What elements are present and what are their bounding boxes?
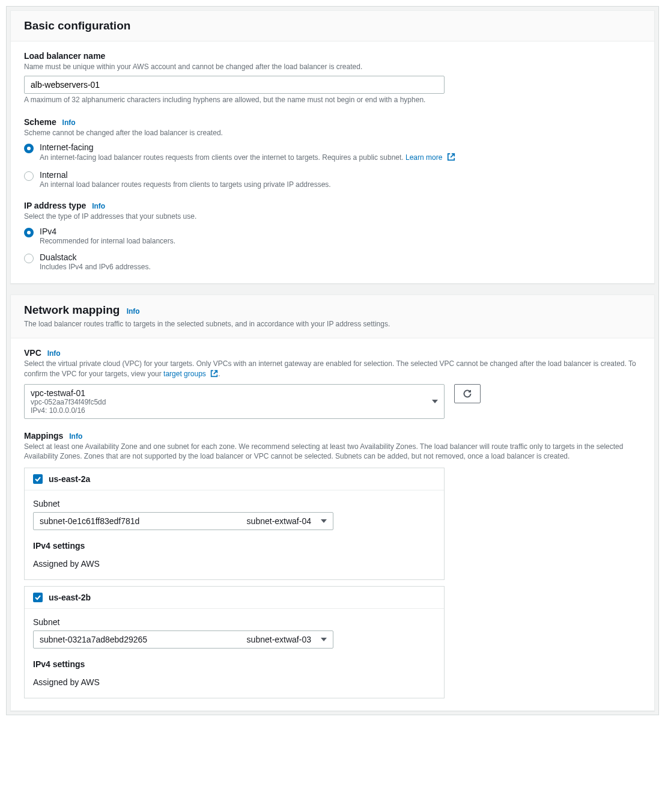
lb-name-constraint: A maximum of 32 alphanumeric characters … [24, 95, 641, 105]
az-name: us-east-2a [49, 474, 90, 484]
check-icon [34, 594, 41, 601]
scheme-internet-facing-desc-text: An internet-facing load balancer routes … [40, 153, 405, 162]
ipv4-settings-value: Assigned by AWS [33, 677, 436, 687]
scheme-help: Scheme cannot be changed after the load … [24, 128, 641, 138]
dualstack-desc: Includes IPv4 and IPv6 addresses. [40, 263, 641, 271]
vpc-field: VPC Info Select the virtual private clou… [24, 348, 641, 419]
network-mapping-title: Network mapping [24, 304, 120, 316]
vpc-refresh-button[interactable] [454, 384, 481, 403]
subnet-select[interactable]: subnet-0e1c61ff83edf781d subnet-extwaf-0… [33, 512, 333, 530]
vpc-info-link[interactable]: Info [47, 349, 61, 358]
scheme-internet-facing-desc: An internet-facing load balancer routes … [40, 153, 641, 163]
network-mapping-panel: Network mapping Info The load balancer r… [10, 295, 655, 711]
scheme-info-link[interactable]: Info [62, 118, 76, 127]
ipv4-label: IPv4 [40, 227, 641, 236]
lb-name-help: Name must be unique within your AWS acco… [24, 62, 641, 72]
az-zone-us-east-2a: us-east-2a Subnet subnet-0e1c61ff83edf78… [24, 468, 445, 580]
network-mapping-subtitle: The load balancer routes traffic to targ… [24, 319, 641, 329]
config-form: Basic configuration Load balancer name N… [6, 6, 659, 715]
basic-config-body: Load balancer name Name must be unique w… [11, 41, 654, 283]
scheme-field: Scheme Info Scheme cannot be changed aft… [24, 117, 641, 189]
subnet-name: subnet-extwaf-03 [247, 635, 311, 644]
lb-name-label: Load balancer name [24, 51, 641, 61]
az-checkbox[interactable] [33, 593, 43, 602]
az-checkbox[interactable] [33, 474, 43, 484]
subnet-id: subnet-0321a7ad8ebd29265 [40, 635, 147, 644]
ip-type-radio-group: IPv4 Recommended for internal load balan… [24, 227, 641, 271]
ipv4-settings-value: Assigned by AWS [33, 559, 436, 569]
scheme-internet-facing-label: Internet-facing [40, 142, 641, 152]
ip-type-info-link[interactable]: Info [92, 202, 105, 210]
basic-config-panel: Basic configuration Load balancer name N… [10, 10, 655, 284]
vpc-select[interactable]: vpc-testwaf-01 vpc-052aa7f34f49fc5dd IPv… [24, 384, 445, 419]
ipv4-settings-label: IPv4 settings [33, 659, 436, 669]
ip-type-field: IP address type Info Select the type of … [24, 201, 641, 271]
radio-unselected-icon[interactable] [24, 254, 34, 263]
chevron-down-icon [321, 519, 327, 523]
chevron-down-icon [321, 638, 327, 641]
mappings-label: Mappings [24, 431, 63, 441]
network-mapping-header: Network mapping Info The load balancer r… [11, 295, 654, 338]
scheme-internal-desc: An internal load balancer routes request… [40, 180, 641, 189]
dualstack-label: Dualstack [40, 252, 641, 262]
radio-selected-icon[interactable] [24, 144, 34, 153]
vpc-help: Select the virtual private cloud (VPC) f… [24, 359, 641, 380]
ipv4-desc: Recommended for internal load balancers. [40, 237, 641, 245]
target-groups-link[interactable]: target groups [163, 370, 206, 378]
ip-type-help: Select the type of IP addresses that you… [24, 212, 641, 222]
basic-config-title: Basic configuration [24, 19, 641, 32]
ip-type-label: IP address type [24, 201, 86, 210]
vpc-selected-name: vpc-testwaf-01 [31, 388, 425, 398]
az-zone-us-east-2b: us-east-2b Subnet subnet-0321a7ad8ebd292… [24, 586, 445, 698]
az-header[interactable]: us-east-2b [25, 587, 444, 609]
basic-config-header: Basic configuration [11, 11, 654, 41]
lb-name-input[interactable] [24, 76, 445, 94]
chevron-down-icon [432, 400, 438, 403]
network-mapping-info-link[interactable]: Info [127, 307, 140, 316]
scheme-option-internal[interactable]: Internal An internal load balancer route… [24, 170, 641, 189]
radio-unselected-icon[interactable] [24, 171, 34, 181]
vpc-selected-cidr: IPv4: 10.0.0.0/16 [31, 406, 425, 415]
ipv4-settings-label: IPv4 settings [33, 541, 436, 551]
external-link-icon [210, 370, 218, 380]
subnet-label: Subnet [33, 617, 436, 627]
ip-type-option-ipv4[interactable]: IPv4 Recommended for internal load balan… [24, 227, 641, 245]
subnet-name: subnet-extwaf-04 [247, 516, 311, 526]
vpc-selected-id: vpc-052aa7f34f49fc5dd [31, 398, 425, 406]
radio-selected-icon[interactable] [24, 228, 34, 237]
learn-more-link[interactable]: Learn more [405, 153, 442, 162]
scheme-radio-group: Internet-facing An internet-facing load … [24, 142, 641, 189]
vpc-label: VPC [24, 348, 41, 358]
check-icon [34, 475, 41, 483]
scheme-internal-label: Internal [40, 170, 641, 180]
vpc-help-text: Select the virtual private cloud (VPC) f… [24, 359, 636, 378]
refresh-icon [463, 389, 472, 398]
mappings-info-link[interactable]: Info [69, 432, 82, 441]
az-name: us-east-2b [49, 593, 91, 602]
scheme-label: Scheme [24, 117, 56, 127]
scheme-option-internet-facing[interactable]: Internet-facing An internet-facing load … [24, 142, 641, 163]
az-header[interactable]: us-east-2a [25, 468, 444, 490]
subnet-label: Subnet [33, 499, 436, 508]
lb-name-field: Load balancer name Name must be unique w… [24, 51, 641, 105]
network-mapping-body: VPC Info Select the virtual private clou… [11, 338, 654, 710]
subnet-id: subnet-0e1c61ff83edf781d [40, 516, 139, 526]
mappings-field: Mappings Info Select at least one Availa… [24, 431, 641, 699]
mappings-help: Select at least one Availability Zone an… [24, 442, 641, 462]
ip-type-option-dualstack[interactable]: Dualstack Includes IPv4 and IPv6 address… [24, 252, 641, 271]
external-link-icon [447, 153, 455, 163]
subnet-select[interactable]: subnet-0321a7ad8ebd29265 subnet-extwaf-0… [33, 630, 333, 649]
